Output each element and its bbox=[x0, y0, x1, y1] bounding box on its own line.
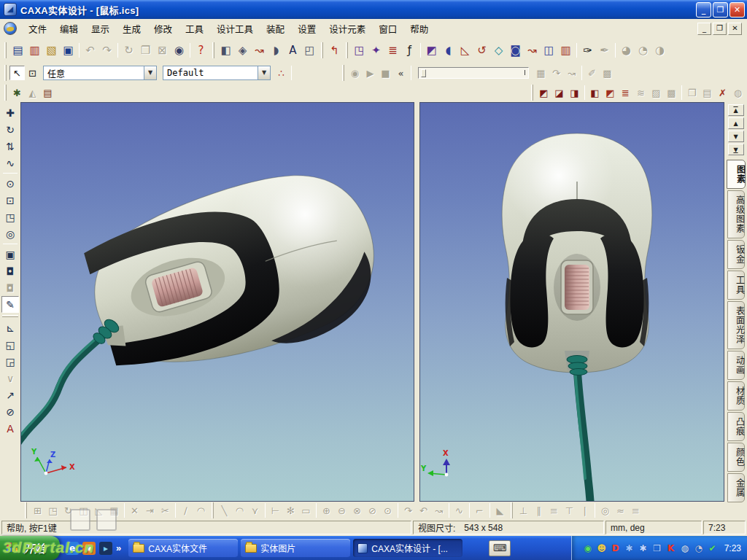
feature-slice-icon[interactable]: ◫ bbox=[541, 42, 557, 58]
pan-view-icon[interactable]: ✚ bbox=[1, 104, 19, 121]
menu-item[interactable]: 窗口 bbox=[372, 19, 403, 39]
swirl-tray-icon[interactable]: ◔ bbox=[693, 542, 705, 554]
sweep-feature-icon[interactable]: ↝ bbox=[251, 42, 268, 58]
toolbar-grip[interactable] bbox=[4, 85, 7, 101]
catalog-tab[interactable]: 凸痕 bbox=[727, 412, 745, 441]
ie-icon[interactable]: e bbox=[66, 542, 79, 555]
smart-motion-icon[interactable]: ◳ bbox=[351, 42, 368, 58]
toolbar-grip[interactable] bbox=[346, 42, 348, 58]
menu-item[interactable]: 设计工具 bbox=[210, 19, 260, 39]
safe-tray-icon[interactable]: ✔ bbox=[707, 542, 719, 554]
taskbar-task-button[interactable]: CAXA实体文件 bbox=[128, 539, 238, 557]
catalog-tab[interactable]: 金属 bbox=[727, 473, 745, 502]
toolbar-grip[interactable] bbox=[511, 502, 513, 518]
taskbar-task-button[interactable]: CAXA实体设计 - [... bbox=[353, 539, 462, 557]
catalog-tab[interactable]: 颜色 bbox=[727, 443, 745, 472]
animation-timeline-slider[interactable] bbox=[418, 67, 529, 79]
tabs-scroll-prev-button[interactable]: ▲ bbox=[728, 117, 744, 129]
feature-wedge-icon[interactable]: ◺ bbox=[457, 42, 473, 58]
rewind-button[interactable]: « bbox=[393, 66, 409, 80]
net-disabled-tray-icon[interactable]: ✱ bbox=[624, 542, 635, 554]
find-icon[interactable]: ◉ bbox=[171, 42, 187, 58]
toolbar-grip[interactable] bbox=[25, 502, 27, 518]
pet-tray-icon[interactable]: ☻ bbox=[596, 542, 608, 554]
sheet-stack-icon[interactable]: ≣ bbox=[384, 42, 401, 58]
open-icon[interactable]: ▧ bbox=[43, 42, 60, 58]
dolly-view-icon[interactable]: ⇅ bbox=[1, 138, 19, 155]
chevron-down-icon[interactable]: ▼ bbox=[144, 66, 156, 79]
mdi-restore-button[interactable]: ❐ bbox=[713, 23, 727, 35]
equation-icon[interactable]: ƒ bbox=[401, 42, 418, 58]
menu-item[interactable]: 显示 bbox=[85, 19, 116, 39]
annotation-icon[interactable]: A bbox=[1, 420, 19, 437]
context-help-icon[interactable]: ? bbox=[193, 42, 209, 58]
toolbar-grip[interactable] bbox=[321, 42, 323, 58]
new-drawing-icon[interactable]: ▥ bbox=[26, 42, 43, 58]
measure-angle-icon[interactable]: ⊾ bbox=[1, 319, 19, 336]
menu-item[interactable]: 设计元素 bbox=[322, 19, 372, 39]
tabs-scroll-first-button[interactable]: ▲ bbox=[728, 104, 744, 116]
catalog-tab[interactable]: 工具 bbox=[727, 271, 745, 300]
slider-thumb[interactable] bbox=[421, 69, 426, 77]
extrude-feature-icon[interactable]: ◧ bbox=[217, 42, 234, 58]
tabs-scroll-next-button[interactable]: ▼ bbox=[728, 131, 744, 142]
menu-item[interactable]: 生成 bbox=[116, 19, 147, 39]
rotate-view-icon[interactable]: ↻ bbox=[1, 121, 19, 138]
walk-view-icon[interactable]: ∿ bbox=[1, 155, 19, 171]
download-tray-icon[interactable]: D bbox=[610, 542, 622, 554]
surface-book1-icon[interactable]: ◩ bbox=[536, 85, 551, 100]
surface-book3-icon[interactable]: ◨ bbox=[567, 85, 582, 100]
feature-fill-icon[interactable]: ◙ bbox=[507, 42, 524, 58]
volume-tray-icon[interactable]: ◍ bbox=[679, 542, 691, 554]
catalog-tab[interactable]: 表面光泽 bbox=[727, 301, 745, 349]
eyedropper-icon[interactable]: ✑ bbox=[579, 42, 596, 58]
menu-item[interactable]: 编辑 bbox=[53, 19, 85, 39]
display-mode-icon[interactable]: ▣ bbox=[1, 246, 19, 262]
zoom-icon[interactable]: ⊙ bbox=[1, 175, 19, 192]
feature-section-icon[interactable]: ▥ bbox=[557, 42, 574, 58]
options-icon[interactable]: ✱ bbox=[9, 85, 25, 100]
catalog-tab[interactable]: 高级图素 bbox=[727, 190, 745, 238]
quick-launch-overflow-chevron[interactable]: » bbox=[116, 542, 121, 553]
update-tray-icon[interactable]: ❒ bbox=[651, 542, 663, 554]
net-disabled2-tray-icon[interactable]: ✱ bbox=[638, 542, 649, 554]
stamp-edit-icon[interactable]: ◩ bbox=[603, 85, 618, 100]
return-icon[interactable]: ↰ bbox=[326, 42, 343, 58]
menu-item[interactable]: 修改 bbox=[147, 19, 179, 39]
stamp-fold-icon[interactable]: ≣ bbox=[618, 85, 633, 100]
stamp-extrude-icon[interactable]: ◧ bbox=[587, 85, 603, 100]
toolbar-grip[interactable] bbox=[4, 42, 7, 58]
loft-feature-icon[interactable]: ◗ bbox=[268, 42, 285, 58]
save-icon[interactable]: ▣ bbox=[60, 42, 77, 58]
render-output-icon[interactable]: ▤ bbox=[40, 85, 55, 100]
surface-book2-icon[interactable]: ◪ bbox=[551, 85, 567, 100]
camera-icon[interactable]: ◘ bbox=[1, 262, 19, 279]
taskbar-task-button[interactable]: 实体图片 bbox=[241, 539, 350, 557]
close-button[interactable]: ✕ bbox=[729, 2, 745, 18]
mdi-close-button[interactable]: ✕ bbox=[728, 23, 742, 35]
menu-item[interactable]: 工具 bbox=[179, 19, 210, 39]
catalog-tab[interactable]: 钣金 bbox=[727, 240, 745, 269]
repair-icon[interactable]: ✗ bbox=[715, 85, 730, 100]
viewport-perspective[interactable]: Y Z X bbox=[20, 102, 414, 502]
triball-icon[interactable]: ✦ bbox=[368, 42, 384, 58]
measure-radius-icon[interactable]: ⊘ bbox=[1, 403, 19, 420]
toolbar-grip[interactable] bbox=[212, 502, 214, 518]
measure-height-icon[interactable]: ◲ bbox=[1, 353, 19, 370]
mouse-model-top[interactable]: X Y bbox=[420, 103, 724, 501]
select-cursor-button[interactable]: ↖ bbox=[9, 66, 25, 80]
feature-revolve2-icon[interactable]: ↺ bbox=[473, 42, 490, 58]
start-button[interactable]: 开始 bbox=[0, 536, 60, 560]
catalog-tab[interactable]: 动画 bbox=[727, 351, 745, 380]
mdi-minimize-button[interactable]: _ bbox=[697, 23, 711, 35]
feature-tube-icon[interactable]: ↝ bbox=[524, 42, 541, 58]
toolbar-grip[interactable] bbox=[2, 315, 18, 317]
measure-width-icon[interactable]: ◱ bbox=[1, 336, 19, 353]
render-style-combo[interactable]: Default ▼ bbox=[163, 66, 271, 80]
k-player-tray-icon[interactable]: K bbox=[665, 542, 677, 554]
catalog-tab[interactable]: 材质 bbox=[727, 381, 745, 411]
toolbar-grip[interactable] bbox=[212, 42, 214, 58]
antivirus-tray-icon[interactable]: ◉ bbox=[582, 542, 594, 554]
catalog-tab[interactable]: 图素 bbox=[727, 160, 746, 189]
feature-box-icon[interactable]: ◩ bbox=[423, 42, 440, 58]
